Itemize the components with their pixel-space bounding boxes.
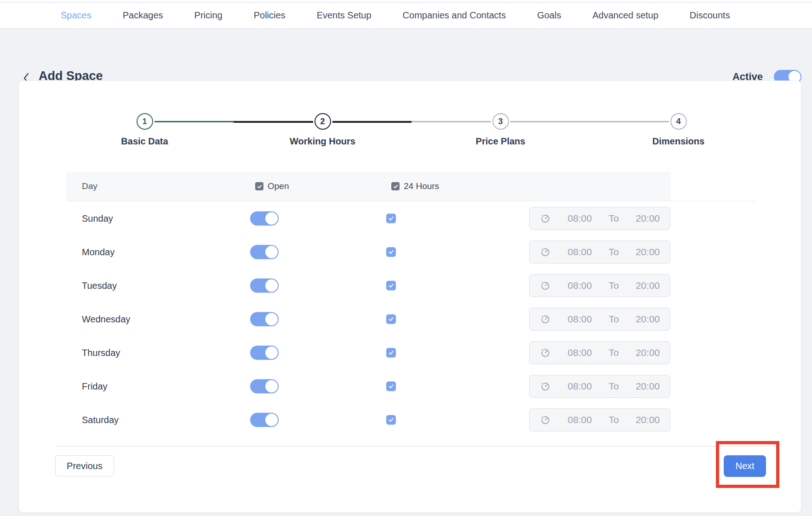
time-to-label: To [609, 280, 619, 291]
stepper-connector [510, 121, 590, 122]
time-from[interactable]: 08:00 [568, 247, 592, 258]
24hours-checkbox[interactable] [386, 281, 396, 290]
toggle-knob [265, 413, 278, 426]
check-icon [388, 282, 395, 289]
clock-icon [540, 280, 551, 291]
nav-item-advanced-setup[interactable]: Advanced setup [592, 10, 658, 21]
toggle-knob [265, 246, 278, 258]
time-to[interactable]: 20:00 [635, 347, 660, 358]
time-from[interactable]: 08:00 [568, 314, 592, 325]
24hours-checkbox[interactable] [386, 247, 396, 257]
time-range-input[interactable]: 08:00 To 20:00 [529, 308, 670, 331]
check-icon [393, 183, 399, 189]
top-chrome-strip [0, 0, 812, 2]
stepper-connector [412, 121, 491, 122]
open-all-checkbox[interactable] [255, 182, 263, 190]
clock-icon [540, 213, 551, 224]
wizard-stepper: 1 Basic Data 2 Working Hours 3 Price Pla… [56, 113, 767, 147]
time-to[interactable]: 20:00 [635, 247, 660, 258]
check-icon [388, 248, 395, 255]
day-label: Wednesday [82, 314, 130, 324]
column-header-24hours: 24 Hours [391, 181, 439, 191]
time-to[interactable]: 20:00 [635, 414, 660, 425]
table-row-wednesday: Wednesday 08:00 To 20:00 [66, 302, 756, 336]
clock-icon [540, 381, 551, 392]
toggle-knob [265, 313, 278, 325]
next-button[interactable]: Next [724, 455, 766, 477]
open-toggle[interactable] [250, 345, 279, 360]
time-to[interactable]: 20:00 [635, 213, 660, 224]
step-price-plans[interactable]: 3 Price Plans [412, 113, 589, 147]
time-range-input[interactable]: 08:00 To 20:00 [529, 274, 670, 297]
open-toggle[interactable] [250, 312, 279, 326]
time-from[interactable]: 08:00 [568, 347, 592, 358]
time-range-input[interactable]: 08:00 To 20:00 [529, 408, 670, 431]
nav-item-goals[interactable]: Goals [537, 10, 561, 21]
time-range-input[interactable]: 08:00 To 20:00 [529, 241, 670, 264]
time-range-input[interactable]: 08:00 To 20:00 [529, 341, 670, 364]
stepper-connector [332, 121, 412, 123]
day-label: Friday [82, 381, 108, 391]
table-header-row: Day Open 24 Hours [66, 172, 756, 201]
time-from[interactable]: 08:00 [568, 213, 592, 224]
nav-item-policies[interactable]: Policies [254, 10, 286, 21]
top-navigation: Spaces Packages Pricing Policies Events … [0, 3, 812, 29]
table-row-sunday: Sunday 08:00 To 20:00 [66, 201, 756, 235]
nav-item-packages[interactable]: Packages [123, 10, 163, 21]
time-range-input[interactable]: 08:00 To 20:00 [529, 375, 670, 398]
24hours-checkbox[interactable] [386, 348, 396, 357]
step-label: Working Hours [234, 136, 412, 147]
footer-divider [57, 446, 774, 447]
nav-item-companies-contacts[interactable]: Companies and Contacts [403, 10, 506, 21]
nav-item-spaces[interactable]: Spaces [61, 10, 91, 21]
time-from[interactable]: 08:00 [568, 381, 592, 392]
check-icon [388, 383, 395, 390]
time-to[interactable]: 20:00 [635, 381, 660, 392]
step-number: 4 [670, 113, 687, 130]
previous-button[interactable]: Previous [55, 455, 114, 476]
toggle-knob [265, 279, 278, 292]
nav-item-pricing[interactable]: Pricing [194, 10, 223, 21]
open-toggle[interactable] [250, 379, 279, 393]
table-row-tuesday: Tuesday 08:00 To 20:00 [66, 269, 756, 302]
24hours-checkbox[interactable] [386, 381, 396, 391]
stepper-connector [154, 121, 234, 122]
step-working-hours[interactable]: 2 Working Hours [234, 113, 412, 147]
toggle-knob [265, 212, 278, 224]
time-from[interactable]: 08:00 [568, 414, 592, 425]
step-number: 3 [492, 113, 509, 130]
24hours-all-checkbox[interactable] [391, 182, 400, 190]
time-to-label: To [609, 347, 619, 358]
table-row-saturday: Saturday 08:00 To 20:00 [66, 403, 756, 436]
step-dimensions[interactable]: 4 Dimensions [589, 113, 767, 147]
nav-item-events-setup[interactable]: Events Setup [317, 10, 372, 21]
24hours-checkbox[interactable] [386, 415, 396, 424]
step-label: Price Plans [412, 136, 589, 147]
open-toggle[interactable] [250, 211, 279, 225]
day-label: Thursday [82, 347, 120, 358]
clock-icon [540, 347, 551, 358]
open-toggle[interactable] [250, 278, 279, 292]
24hours-checkbox[interactable] [386, 314, 396, 324]
clock-icon [540, 414, 551, 425]
table-row-monday: Monday 08:00 To 20:00 [66, 235, 756, 269]
nav-item-discounts[interactable]: Discounts [690, 10, 730, 21]
day-label: Monday [82, 247, 114, 257]
page-header: Add Space Active [0, 29, 812, 80]
clock-icon [540, 247, 551, 258]
open-toggle[interactable] [250, 413, 279, 427]
step-basic-data[interactable]: 1 Basic Data [56, 113, 234, 147]
time-to[interactable]: 20:00 [635, 280, 660, 291]
check-icon [388, 416, 395, 423]
table-row-thursday: Thursday 08:00 To 20:00 [66, 336, 756, 369]
day-label: Tuesday [82, 280, 117, 291]
time-to[interactable]: 20:00 [635, 314, 660, 325]
column-header-day: Day [82, 181, 97, 191]
open-toggle[interactable] [250, 245, 279, 259]
time-to-label: To [609, 213, 619, 224]
toggle-knob [265, 346, 278, 359]
time-range-input[interactable]: 08:00 To 20:00 [529, 207, 670, 230]
time-from[interactable]: 08:00 [568, 280, 592, 291]
check-icon [257, 183, 263, 189]
24hours-checkbox[interactable] [386, 213, 396, 223]
